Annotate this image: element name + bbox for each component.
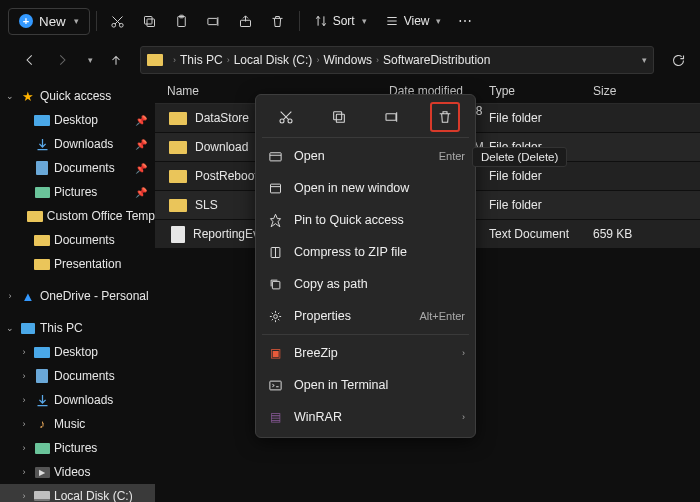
chevron-down-icon: ▾	[436, 16, 441, 26]
pictures-icon	[35, 443, 50, 454]
svg-rect-12	[386, 114, 396, 121]
ctx-open[interactable]: OpenEnter	[256, 140, 475, 172]
desktop-icon	[34, 115, 50, 126]
copy-icon[interactable]	[135, 6, 165, 36]
download-icon	[35, 393, 50, 408]
new-button[interactable]: + New ▾	[8, 8, 90, 35]
video-icon: ▶	[35, 467, 50, 478]
view-button[interactable]: View ▾	[377, 14, 450, 28]
disk-icon	[34, 491, 50, 501]
ctx-copy-path[interactable]: Copy as path	[256, 268, 475, 300]
cloud-icon: ▲	[22, 289, 35, 304]
ctx-terminal[interactable]: Open in Terminal	[256, 369, 475, 401]
folder-icon	[27, 211, 43, 222]
crumb-sd[interactable]: SoftwareDistribution	[383, 53, 490, 67]
document-icon	[36, 369, 48, 383]
col-size[interactable]: Size	[593, 84, 700, 98]
up-button[interactable]	[102, 46, 130, 74]
sidebar-item-documents[interactable]: Documents📌	[0, 156, 155, 180]
sidebar-item-presentation[interactable]: Presentation	[0, 252, 155, 276]
ctx-copy-icon[interactable]	[324, 102, 354, 132]
svg-rect-11	[334, 112, 342, 120]
col-type[interactable]: Type	[489, 84, 593, 98]
pin-icon: 📌	[135, 115, 147, 126]
ctx-cut-icon[interactable]	[271, 102, 301, 132]
folder-icon	[34, 259, 50, 270]
svg-rect-14	[270, 184, 280, 193]
folder-icon	[169, 170, 187, 183]
more-icon[interactable]: ⋯	[451, 6, 481, 36]
sidebar-pc-documents[interactable]: ›Documents	[0, 364, 155, 388]
breezip-icon: ▣	[266, 346, 284, 360]
sidebar: ⌄★Quick access Desktop📌 Downloads📌 Docum…	[0, 78, 155, 502]
pc-icon	[21, 323, 35, 334]
rename-icon[interactable]	[199, 6, 229, 36]
zip-icon	[266, 245, 284, 260]
share-icon[interactable]	[231, 6, 261, 36]
cut-icon[interactable]	[103, 6, 133, 36]
sidebar-item-documents2[interactable]: Documents	[0, 228, 155, 252]
folder-icon	[169, 199, 187, 212]
svg-rect-3	[145, 16, 153, 24]
ctx-rename-icon[interactable]	[377, 102, 407, 132]
svg-point-17	[273, 314, 277, 318]
chevron-down-icon: ▾	[74, 16, 79, 26]
back-button[interactable]	[16, 46, 44, 74]
svg-rect-18	[269, 381, 280, 390]
plus-icon: +	[19, 14, 33, 28]
pin-icon: 📌	[135, 139, 147, 150]
terminal-icon	[266, 378, 284, 393]
delete-icon[interactable]	[263, 6, 293, 36]
svg-rect-6	[208, 18, 217, 24]
forward-button[interactable]	[48, 46, 76, 74]
crumb-windows[interactable]: Windows	[323, 53, 372, 67]
pin-icon: 📌	[135, 187, 147, 198]
chevron-down-icon: ▾	[362, 16, 367, 26]
chevron-down-icon[interactable]: ▾	[642, 55, 647, 65]
address-bar[interactable]: › This PC › Local Disk (C:) › Windows › …	[140, 46, 654, 74]
crumb-disk[interactable]: Local Disk (C:)	[234, 53, 313, 67]
winrar-icon: ▤	[266, 410, 284, 424]
paste-icon[interactable]	[167, 6, 197, 36]
sidebar-pc-music[interactable]: ›♪Music	[0, 412, 155, 436]
sort-icon	[314, 14, 328, 28]
sidebar-pc-pictures[interactable]: ›Pictures	[0, 436, 155, 460]
ctx-pin-quick-access[interactable]: Pin to Quick access	[256, 204, 475, 236]
sidebar-thispc[interactable]: ⌄This PC	[0, 316, 155, 340]
top-toolbar: + New ▾ Sort ▾ View ▾ ⋯	[0, 0, 700, 42]
sort-button[interactable]: Sort ▾	[306, 14, 375, 28]
delete-tooltip: Delete (Delete)	[472, 147, 567, 167]
ctx-winrar[interactable]: ▤WinRAR›	[256, 401, 475, 433]
refresh-button[interactable]	[664, 46, 692, 74]
sidebar-pc-videos[interactable]: ›▶Videos	[0, 460, 155, 484]
ctx-breezip[interactable]: ▣BreeZip›	[256, 337, 475, 369]
sidebar-item-custom[interactable]: Custom Office Temp	[0, 204, 155, 228]
sidebar-item-downloads[interactable]: Downloads📌	[0, 132, 155, 156]
crumb-thispc[interactable]: This PC	[180, 53, 223, 67]
svg-rect-2	[147, 19, 155, 27]
sidebar-item-desktop[interactable]: Desktop📌	[0, 108, 155, 132]
textfile-icon	[171, 226, 185, 243]
sidebar-onedrive[interactable]: ›▲OneDrive - Personal	[0, 284, 155, 308]
sidebar-pc-downloads[interactable]: ›Downloads	[0, 388, 155, 412]
ctx-delete-icon[interactable]	[430, 102, 460, 132]
star-icon: ★	[22, 89, 34, 104]
ctx-open-new-window[interactable]: Open in new window	[256, 172, 475, 204]
folder-icon	[169, 112, 187, 125]
folder-icon	[169, 141, 187, 154]
sidebar-quick-access[interactable]: ⌄★Quick access	[0, 84, 155, 108]
recent-dropdown[interactable]: ▾	[80, 46, 98, 74]
sidebar-pc-localdisk[interactable]: ›Local Disk (C:)	[0, 484, 155, 502]
sidebar-pc-desktop[interactable]: ›Desktop	[0, 340, 155, 364]
new-label: New	[39, 14, 66, 29]
pictures-icon	[35, 187, 50, 198]
ctx-properties[interactable]: PropertiesAlt+Enter	[256, 300, 475, 332]
sidebar-item-pictures[interactable]: Pictures📌	[0, 180, 155, 204]
document-icon	[36, 161, 48, 175]
context-menu: OpenEnter Open in new window Pin to Quic…	[255, 94, 476, 438]
open-icon	[266, 149, 284, 164]
svg-rect-10	[336, 114, 344, 122]
ctx-compress-zip[interactable]: Compress to ZIP file	[256, 236, 475, 268]
folder-icon	[34, 235, 50, 246]
properties-icon	[266, 309, 284, 324]
